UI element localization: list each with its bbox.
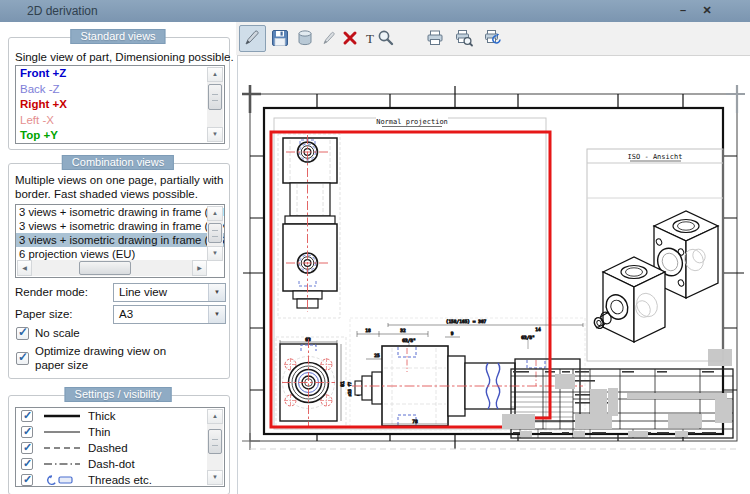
scroll-up-icon[interactable]: ▲ — [207, 67, 223, 82]
list-item-jis[interactable]: 3 views + isometric drawing in frame (JI… — [16, 233, 224, 247]
render-mode-value: Line view — [119, 286, 167, 298]
titlebar[interactable]: 2D derivation – ✕ — [0, 0, 750, 23]
scroll-thumb[interactable] — [208, 84, 222, 110]
2d-derivation-window: 2D derivation – ✕ Standard views Single … — [0, 0, 750, 494]
svg-text:78: 78 — [412, 419, 418, 424]
close-button[interactable]: ✕ — [698, 2, 716, 19]
drawing-preview: Normal projection — [238, 56, 750, 494]
list-item-top[interactable]: Top +Y — [16, 128, 224, 144]
dashed-checkbox[interactable]: ✓ — [21, 442, 33, 454]
standard-views-scrollbar[interactable]: ▲ ▼ — [207, 67, 223, 142]
settings-list[interactable]: ✓ Thick ✓ Thin ✓ Dashed — [15, 407, 225, 487]
thin-checkbox[interactable]: ✓ — [21, 426, 33, 438]
line-style-row-thin[interactable]: ✓ Thin — [16, 424, 224, 440]
threads-icon — [42, 472, 82, 487]
optimize-label-2: paper size — [35, 359, 88, 371]
save-icon — [270, 28, 290, 48]
scroll-right-icon[interactable]: ▶ — [192, 260, 207, 276]
list-item-front[interactable]: Front +Z — [16, 66, 224, 82]
iso-view-label: ISO - Ansicht — [628, 153, 683, 161]
settings-visibility-caption: Settings / visibility — [65, 387, 172, 402]
toolbar: T — [236, 22, 750, 55]
svg-text:81: 81 — [340, 381, 345, 387]
svg-text:ø25 f7: ø25 f7 — [347, 381, 352, 396]
save-button[interactable] — [267, 25, 294, 52]
combination-views-hscrollbar[interactable]: ◀ ▶ — [17, 260, 207, 276]
thick-line-icon — [42, 408, 82, 424]
list-item-right[interactable]: Right +X — [16, 97, 224, 113]
list-item-eu[interactable]: 6 projection views (EU) — [16, 247, 224, 261]
thick-checkbox[interactable]: ✓ — [21, 410, 33, 422]
svg-text:14: 14 — [535, 327, 541, 332]
pen-small-icon — [319, 28, 339, 48]
check-icon: ✓ — [18, 325, 28, 339]
list-item-din[interactable]: 3 views + isometric drawing in frame (DI… — [16, 219, 224, 233]
paper-size-value: A3 — [119, 308, 133, 320]
combination-description-1: Multiple views on one page, partially wi… — [15, 174, 223, 186]
svg-text:G3/8": G3/8" — [402, 338, 416, 343]
standard-views-caption: Standard views — [70, 29, 165, 44]
threads-checkbox[interactable]: ✓ — [21, 474, 33, 486]
combination-views-group: Multiple views on one page, partially wi… — [8, 163, 230, 379]
line-style-row-dashed[interactable]: ✓ Dashed — [16, 440, 224, 456]
scroll-up-icon[interactable]: ▲ — [207, 206, 223, 221]
print-button[interactable] — [422, 25, 449, 52]
scroll-thumb[interactable] — [208, 429, 222, 454]
line-style-label: Dash-dot — [88, 456, 135, 472]
render-mode-select[interactable]: Line view ▼ — [113, 283, 226, 302]
print-setup-button[interactable] — [480, 25, 507, 52]
paper-size-select[interactable]: A3 ▼ — [113, 305, 226, 324]
settings-scrollbar[interactable]: ▲ ▼ — [207, 409, 223, 485]
edit-drawing-button[interactable] — [239, 25, 266, 52]
dash-dot-checkbox[interactable]: ✓ — [21, 458, 33, 470]
options-panel: Standard views Single view of part, Dime… — [0, 22, 236, 494]
line-style-label: Threads etc. — [88, 472, 152, 487]
scroll-left-icon[interactable]: ◀ — [17, 260, 32, 276]
svg-text:25: 25 — [374, 353, 380, 358]
check-icon: ✓ — [23, 423, 32, 439]
top-view[interactable] — [278, 134, 340, 318]
line-style-row-thick[interactable]: ✓ Thick — [16, 408, 224, 424]
scroll-thumb[interactable] — [79, 261, 131, 275]
dropdown-arrow-icon[interactable]: ▼ — [208, 306, 225, 323]
svg-text:G3/8": G3/8" — [521, 335, 535, 340]
line-style-row-dashdot[interactable]: ✓ Dash-dot — [16, 456, 224, 472]
zoom-button[interactable] — [373, 25, 400, 52]
print-preview-button[interactable] — [451, 25, 478, 52]
combination-views-list[interactable]: 3 views + isometric drawing in frame (AN… — [15, 204, 225, 278]
scroll-up-icon[interactable]: ▲ — [207, 409, 223, 424]
optimize-checkbox[interactable]: ✓ — [16, 352, 29, 365]
check-icon: ✓ — [23, 471, 32, 487]
scroll-thumb[interactable] — [208, 223, 222, 243]
combination-description-2: border. Fast shaded views possible. — [15, 188, 198, 200]
list-item-ansi[interactable]: 3 views + isometric drawing in frame (AN… — [16, 205, 224, 219]
scroll-down-icon[interactable]: ▼ — [207, 246, 223, 261]
svg-text:(158/165) = 307: (158/165) = 307 — [446, 319, 487, 324]
list-item-back[interactable]: Back -Z — [16, 82, 224, 98]
check-icon: ✓ — [23, 439, 32, 455]
minimize-button[interactable]: – — [674, 2, 692, 19]
print-preview-icon — [454, 28, 474, 48]
combination-views-vscrollbar[interactable]: ▲ ▼ — [207, 206, 223, 261]
printer-icon — [425, 28, 445, 48]
optimize-label-1: Optimize drawing view on — [35, 345, 166, 357]
check-icon: ✓ — [23, 407, 32, 423]
standard-views-list[interactable]: Front +Z Back -Z Right +X Left -X Top +Y… — [15, 65, 225, 144]
front-view[interactable]: 63 81 — [276, 337, 346, 430]
no-scale-checkbox[interactable]: ✓ — [16, 327, 29, 340]
dropdown-arrow-icon[interactable]: ▼ — [208, 284, 225, 301]
line-style-label: Dashed — [88, 440, 128, 456]
scroll-down-icon[interactable]: ▼ — [207, 127, 223, 142]
scroll-down-icon[interactable]: ▼ — [207, 470, 223, 485]
line-style-label: Thin — [88, 424, 110, 440]
line-style-row-threads[interactable]: ✓ Threads etc. — [16, 472, 224, 487]
list-item-left[interactable]: Left -X — [16, 113, 224, 129]
normal-projection-label: Normal projection — [376, 118, 448, 126]
part-3d-button[interactable] — [292, 25, 319, 52]
drawing-canvas[interactable]: Normal projection — [237, 55, 750, 494]
standard-views-description: Single view of part, Dimensioning possib… — [15, 51, 234, 63]
standard-views-group: Single view of part, Dimensioning possib… — [8, 37, 230, 150]
svg-text:9: 9 — [451, 331, 454, 336]
check-icon: ✓ — [18, 350, 28, 364]
paper-size-label: Paper size: — [15, 308, 73, 320]
